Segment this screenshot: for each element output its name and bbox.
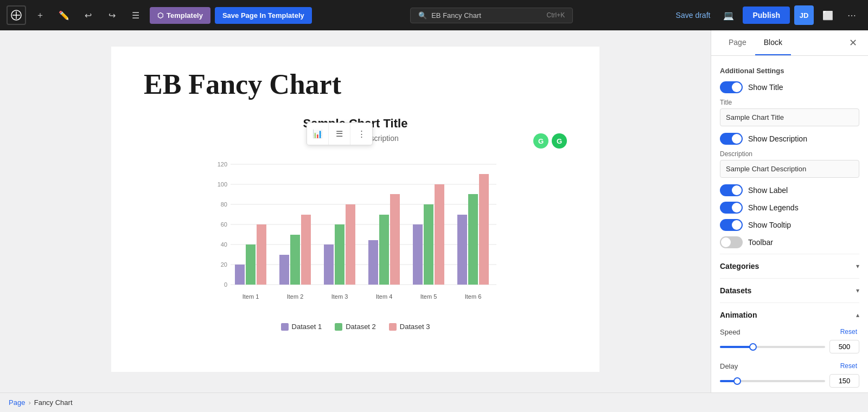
page-title: EB Fancy Chart (144, 68, 567, 100)
svg-text:Item 2: Item 2 (287, 293, 304, 300)
speed-slider-thumb[interactable] (749, 343, 757, 351)
description-field-label: Description (720, 150, 859, 158)
animation-section: Animation ▴ Speed Reset (720, 302, 859, 392)
svg-rect-36 (368, 240, 378, 285)
canvas-area: EB Fancy Chart 📊 ☰ ⋮ G G (0, 30, 711, 392)
user-avatar-button[interactable]: JD (794, 5, 814, 25)
toolbar-left: ＋ ✏️ ↩ ↪ ☰ ⬡ Templately Save Page In Tem… (7, 5, 312, 25)
show-tooltip-label: Show Tooltip (748, 221, 791, 229)
show-label-label: Show Label (748, 186, 788, 195)
show-title-toggle[interactable] (720, 81, 743, 93)
preview-button[interactable]: 💻 (719, 5, 738, 25)
block-chart-icon-button[interactable]: 📊 (307, 123, 329, 145)
tab-block[interactable]: Block (755, 30, 791, 55)
toolbar: ＋ ✏️ ↩ ↪ ☰ ⬡ Templately Save Page In Tem… (0, 0, 868, 30)
block-more-button[interactable]: ⋮ (350, 123, 372, 145)
toolbar-right: Save draft 💻 Publish JD ⬜ ⋯ (672, 5, 861, 25)
delay-slider-track (720, 380, 825, 382)
ext-icon-1[interactable]: G (533, 133, 548, 149)
svg-rect-17 (246, 244, 256, 285)
svg-text:110: 110 (480, 168, 488, 173)
save-templately-button[interactable]: Save Page In Templately (215, 7, 312, 24)
description-input[interactable] (720, 160, 859, 178)
svg-text:100: 100 (218, 181, 227, 188)
animation-title: Animation (720, 311, 757, 319)
settings-button[interactable]: ⋯ (842, 5, 861, 25)
show-title-label: Show Title (748, 83, 783, 92)
svg-rect-45 (424, 204, 433, 285)
align-icon: ☰ (336, 129, 343, 139)
breadcrumb-bar: Page › Fancy Chart (0, 392, 868, 412)
svg-rect-54 (479, 174, 489, 285)
templately-button[interactable]: ⬡ Templately (150, 7, 210, 24)
datasets-title: Datasets (720, 286, 751, 295)
ext-icon-2[interactable]: G (552, 133, 567, 149)
page-content: EB Fancy Chart 📊 ☰ ⋮ G G (111, 47, 599, 372)
show-tooltip-row: Show Tooltip (720, 219, 859, 231)
datasets-header[interactable]: Datasets ▾ (720, 279, 859, 302)
undo-button[interactable]: ↩ (78, 5, 98, 25)
animation-chevron: ▴ (856, 311, 859, 319)
list-view-button[interactable]: ☰ (126, 5, 145, 25)
additional-settings-title: Additional Settings (720, 67, 859, 75)
show-tooltip-toggle[interactable] (720, 219, 743, 231)
svg-text:80: 80 (348, 198, 353, 203)
show-legends-toggle[interactable] (720, 202, 743, 214)
panel-close-button[interactable]: ✕ (847, 35, 859, 51)
svg-text:20: 20 (221, 261, 227, 268)
legend-color-1 (281, 323, 289, 331)
svg-text:40: 40 (248, 238, 253, 243)
svg-rect-19 (257, 224, 266, 285)
publish-button[interactable]: Publish (743, 7, 790, 24)
svg-rect-38 (379, 215, 389, 285)
svg-rect-26 (301, 215, 311, 285)
legend-item-dataset1: Dataset 1 (281, 323, 322, 331)
animation-header[interactable]: Animation ▴ (720, 303, 859, 327)
add-block-button[interactable]: ＋ (30, 5, 50, 25)
delay-reset-button[interactable]: Reset (838, 361, 859, 371)
svg-text:90: 90 (470, 188, 476, 193)
save-draft-button[interactable]: Save draft (672, 8, 715, 23)
chart-legend: Dataset 1 Dataset 2 Dataset 3 (144, 323, 567, 331)
toolbar-toggle[interactable] (720, 236, 743, 248)
tab-page[interactable]: Page (720, 30, 755, 55)
show-legends-label: Show Legends (748, 203, 799, 212)
svg-rect-33 (346, 204, 355, 285)
categories-title: Categories (720, 262, 759, 271)
delay-value-input[interactable] (829, 374, 859, 388)
toolbar-label: Toolbar (748, 238, 773, 247)
sidebar-toggle-button[interactable]: ⬜ (818, 5, 838, 25)
show-description-toggle[interactable] (720, 133, 743, 145)
panel-body: Additional Settings Show Title Title Sho… (711, 56, 868, 392)
redo-button[interactable]: ↪ (102, 5, 122, 25)
svg-rect-22 (279, 255, 289, 285)
categories-header[interactable]: Categories ▾ (720, 254, 859, 278)
speed-label: Speed (720, 328, 741, 336)
svg-text:70: 70 (381, 208, 387, 214)
show-label-toggle[interactable] (720, 184, 743, 196)
block-toolbar: 📊 ☰ ⋮ (307, 123, 373, 145)
speed-slider-fill (720, 346, 751, 348)
svg-text:80: 80 (221, 201, 227, 208)
breadcrumb-page[interactable]: Page (9, 398, 25, 407)
delay-slider-thumb[interactable] (733, 377, 741, 385)
search-bar[interactable]: 🔍 EB Fancy Chart Ctrl+K (410, 8, 573, 23)
breadcrumb-separator: › (28, 398, 30, 407)
edit-button[interactable]: ✏️ (54, 5, 74, 25)
wp-logo[interactable] (7, 5, 26, 25)
speed-reset-button[interactable]: Reset (838, 327, 859, 337)
svg-rect-24 (290, 235, 300, 285)
block-align-button[interactable]: ☰ (329, 123, 350, 145)
svg-text:80: 80 (426, 198, 431, 203)
title-input[interactable] (720, 108, 859, 126)
legend-label-2: Dataset 2 (346, 323, 376, 331)
svg-text:40: 40 (221, 241, 227, 248)
main-layout: EB Fancy Chart 📊 ☰ ⋮ G G (0, 30, 868, 392)
svg-text:60: 60 (415, 218, 420, 223)
speed-value-input[interactable] (829, 340, 859, 353)
animation-content: Speed Reset Delay (720, 327, 859, 392)
show-label-row: Show Label (720, 184, 859, 196)
svg-rect-52 (468, 194, 478, 285)
search-shortcut: Ctrl+K (546, 11, 565, 19)
publish-label: Publish (752, 11, 780, 20)
